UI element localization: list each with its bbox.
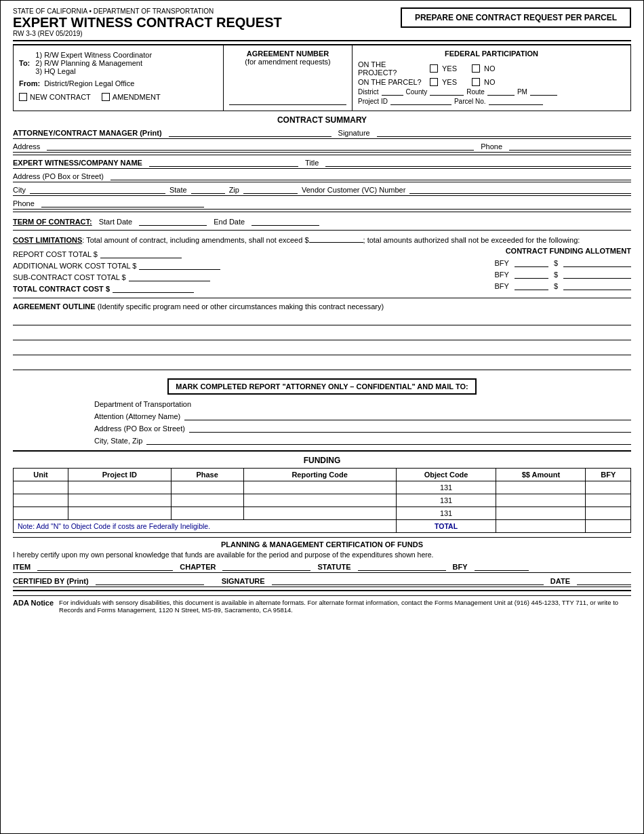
- cert-signature-field[interactable]: [272, 576, 544, 585]
- bfy3-label: BFY: [494, 282, 508, 290]
- phone2-field[interactable]: [41, 198, 204, 207]
- route-field[interactable]: [487, 87, 515, 96]
- outline-line-4[interactable]: [13, 358, 631, 370]
- bfy3-field[interactable]: [515, 281, 548, 290]
- allot3-field[interactable]: [563, 281, 631, 290]
- statute-field[interactable]: [358, 561, 446, 571]
- certified-field[interactable]: [96, 576, 204, 585]
- outline-line-3[interactable]: [13, 343, 631, 355]
- title-field[interactable]: [325, 157, 631, 167]
- signature-field[interactable]: [377, 127, 631, 137]
- report-field[interactable]: [100, 249, 182, 258]
- col-project-id: Project ID: [68, 469, 172, 481]
- pm-field[interactable]: [530, 87, 557, 96]
- attorney-label: ATTORNEY/CONTRACT MANAGER (Print): [13, 129, 162, 137]
- county-label: County: [406, 88, 428, 96]
- phase-3[interactable]: [171, 507, 243, 520]
- parcel-no-checkbox[interactable]: [472, 78, 480, 86]
- allot1-field[interactable]: [563, 258, 631, 267]
- reporting-2[interactable]: [243, 494, 396, 507]
- to-label: To:: [19, 59, 30, 67]
- date-field[interactable]: [577, 576, 631, 585]
- vendor-field[interactable]: [409, 184, 631, 194]
- subcontract-label: SUB-CONTRACT COST TOTAL $: [13, 273, 126, 281]
- end-date-field[interactable]: [251, 216, 319, 226]
- unit-3[interactable]: [14, 507, 68, 520]
- city-label: City: [13, 186, 26, 194]
- certified-label: CERTIFIED BY (Print): [13, 577, 89, 585]
- bfy1-field[interactable]: [515, 258, 548, 267]
- total-bfy[interactable]: [586, 520, 631, 533]
- mail-box-label: MARK COMPLETED REPORT "ATTORNEY ONLY – C…: [167, 378, 476, 395]
- zip-field[interactable]: [243, 184, 298, 194]
- reporting-3[interactable]: [243, 507, 396, 520]
- phone-label: Phone: [481, 142, 502, 151]
- attn-field[interactable]: [184, 411, 631, 420]
- reporting-1[interactable]: [243, 481, 396, 494]
- bfy-row-3[interactable]: [586, 507, 631, 520]
- expert-field[interactable]: [149, 157, 298, 167]
- state-field[interactable]: [191, 184, 225, 194]
- project-id-field[interactable]: [390, 97, 451, 105]
- phase-1[interactable]: [171, 481, 243, 494]
- project-yes-checkbox[interactable]: [430, 64, 438, 73]
- bfy-row-1[interactable]: [586, 481, 631, 494]
- phase-2[interactable]: [171, 494, 243, 507]
- subcontract-field[interactable]: [129, 272, 210, 281]
- project-id-label: Project ID: [358, 98, 388, 105]
- amount-2[interactable]: [496, 494, 586, 507]
- cert-title: PLANNING & MANAGEMENT CERTIFICATION OF F…: [13, 540, 631, 549]
- outline-line-1[interactable]: [13, 313, 631, 325]
- mail-city-field[interactable]: [146, 435, 631, 445]
- route-label: Route: [466, 88, 485, 96]
- cert-text: I hereby certify upon my own personal kn…: [13, 551, 631, 559]
- amount-3[interactable]: [496, 507, 586, 520]
- mail-addr-field[interactable]: [189, 423, 631, 433]
- total-label: TOTAL: [396, 520, 496, 533]
- outline-line-2[interactable]: [13, 328, 631, 340]
- bfy-row-2[interactable]: [586, 494, 631, 507]
- agreement-field[interactable]: [229, 71, 346, 105]
- new-contract-checkbox[interactable]: [19, 93, 27, 101]
- project-no-checkbox[interactable]: [472, 64, 480, 73]
- amount-1[interactable]: [496, 481, 586, 494]
- total-cost-field[interactable]: [113, 283, 194, 293]
- parcel-no-field[interactable]: [489, 97, 543, 105]
- proj-id-2[interactable]: [68, 494, 172, 507]
- outline-sublabel: (Identify specific program need or other…: [98, 302, 384, 311]
- chapter-label: CHAPTER: [180, 563, 216, 571]
- cost-amount-field[interactable]: [309, 233, 363, 243]
- address-field[interactable]: [47, 141, 474, 151]
- additional-field[interactable]: [139, 260, 220, 270]
- address2-label: Address (PO Box or Street): [13, 172, 104, 180]
- proj-id-1[interactable]: [68, 481, 172, 494]
- amendment-checkbox[interactable]: [102, 93, 110, 101]
- item-label: ITEM: [13, 563, 31, 571]
- col-bfy: BFY: [586, 469, 631, 481]
- district-field[interactable]: [382, 87, 403, 96]
- cert-bfy-field[interactable]: [475, 561, 529, 571]
- unit-2[interactable]: [14, 494, 68, 507]
- parcel-yes-label: YES: [442, 78, 457, 86]
- date-label: DATE: [550, 577, 570, 585]
- chapter-field[interactable]: [222, 561, 310, 571]
- start-date-field[interactable]: [139, 216, 207, 226]
- city-field[interactable]: [30, 184, 165, 194]
- obj-code-2: 131: [396, 494, 496, 507]
- report-label: REPORT COST TOTAL $: [13, 250, 98, 258]
- item-field[interactable]: [37, 561, 173, 571]
- address2-field[interactable]: [110, 171, 631, 180]
- unit-1[interactable]: [14, 481, 68, 494]
- proj-id-3[interactable]: [68, 507, 172, 520]
- total-amount[interactable]: [496, 520, 586, 533]
- phone-field[interactable]: [509, 141, 631, 151]
- bfy2-field[interactable]: [515, 269, 548, 279]
- obj-code-3: 131: [396, 507, 496, 520]
- col-reporting-code: Reporting Code: [243, 469, 396, 481]
- parcel-yes-checkbox[interactable]: [430, 78, 438, 86]
- attorney-field[interactable]: [169, 127, 331, 137]
- allot2-field[interactable]: [563, 269, 631, 279]
- county-field[interactable]: [430, 87, 464, 96]
- total-cost-label: TOTAL CONTRACT COST $: [13, 285, 110, 293]
- to-item-1: 1) R/W Expert Witness Coordinator: [35, 51, 152, 59]
